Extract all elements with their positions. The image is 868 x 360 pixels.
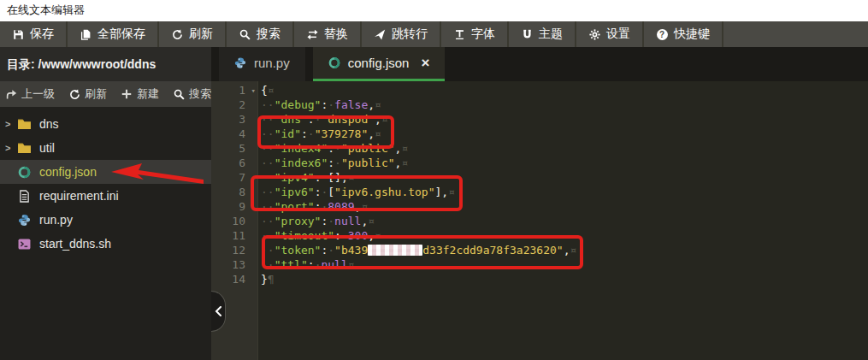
tab-label: run.py: [254, 56, 290, 70]
hotkeys-button[interactable]: ?快捷键: [644, 21, 723, 47]
python-icon: [234, 57, 246, 69]
tab-close-icon[interactable]: ×: [421, 56, 429, 70]
save-button-label: 保存: [30, 27, 54, 42]
file-item-run.py[interactable]: run.py: [0, 208, 211, 232]
line-number-11: 11: [211, 228, 257, 243]
json-icon: [328, 57, 340, 69]
search-icon: [173, 88, 185, 100]
code-line-8: ··"ipv6":·["ipv6.gshu.top"],¤: [261, 185, 868, 199]
code-content[interactable]: {¤··"debug":·false,¤··"dns":·"dnspod",¤·…: [261, 81, 868, 360]
goto-line-button-label: 跳转行: [392, 27, 428, 42]
shell-icon: [17, 237, 32, 251]
chevron-right-icon[interactable]: >: [5, 143, 17, 153]
plus-icon: [121, 88, 133, 100]
code-area: 1▾234567891011121314 {¤··"debug":·false,…: [211, 81, 868, 360]
refresh-button-label: 刷新: [189, 27, 213, 42]
theme-button-label: 主题: [539, 27, 563, 42]
file-item-requirement.ini[interactable]: requirement.ini: [0, 184, 211, 208]
line-number-8: 8: [211, 185, 257, 199]
up-level-icon: [5, 88, 17, 100]
save-all-button[interactable]: 全部保存: [68, 21, 159, 47]
settings-button[interactable]: 设置: [576, 21, 644, 47]
tab-label: config.json: [348, 56, 410, 70]
file-name: run.py: [39, 213, 73, 227]
theme-icon: [521, 28, 533, 40]
directory-path: /www/wwwroot/ddns: [38, 57, 156, 71]
code-line-2: ··"debug":·false,¤: [261, 97, 868, 112]
tree-search-button[interactable]: 搜索: [173, 86, 211, 102]
file-item-dns[interactable]: >dns: [0, 112, 211, 136]
folder-icon: [17, 141, 32, 155]
file-item-start_ddns.sh[interactable]: start_ddns.sh: [0, 232, 211, 256]
page-header: 在线文本编辑器: [0, 0, 868, 21]
line-number-10: 10: [211, 214, 257, 228]
code-line-1: {¤: [261, 83, 868, 97]
fold-toggle-icon[interactable]: ▾: [251, 84, 256, 98]
ini-file-icon: [17, 189, 32, 203]
line-number-9: 9: [211, 199, 257, 214]
file-name: util: [39, 141, 55, 155]
refresh-button[interactable]: 刷新: [159, 21, 227, 47]
tree-new-label: 新建: [137, 86, 159, 102]
code-line-10: ··"proxy":·null,¤: [261, 214, 868, 228]
save-all-icon: [80, 28, 92, 40]
code-line-5: ··"index4":·"public",¤: [261, 141, 868, 156]
theme-button[interactable]: 主题: [509, 21, 576, 47]
sidebar-actions: 上一级刷新新建搜索: [0, 81, 211, 107]
code-line-4: ··"id":·"379278",¤: [261, 127, 868, 141]
file-sidebar: 目录: /www/wwwroot/ddns 上一级刷新新建搜索 >dns>uti…: [0, 47, 211, 360]
file-item-config.json[interactable]: config.json: [0, 160, 211, 184]
search-button[interactable]: 搜索: [227, 21, 294, 47]
line-number-5: 5: [211, 141, 257, 156]
file-name: start_ddns.sh: [39, 237, 111, 251]
replace-icon: [306, 28, 318, 40]
search-icon: [239, 28, 251, 40]
redacted-token-blur: [368, 245, 422, 256]
save-all-button-label: 全部保存: [97, 27, 145, 42]
json-icon: [17, 165, 32, 179]
hotkeys-button-label: 快捷键: [674, 27, 710, 42]
file-item-util[interactable]: >util: [0, 136, 211, 160]
line-number-1: 1▾: [211, 83, 257, 97]
file-name: requirement.ini: [39, 189, 119, 203]
python-icon: [17, 213, 32, 227]
code-line-9: ··"port":·8089,¤: [261, 199, 868, 214]
file-name: dns: [39, 117, 59, 131]
file-name: config.json: [39, 165, 97, 179]
tree-refresh-label: 刷新: [85, 86, 107, 102]
tab-run.py[interactable]: run.py: [219, 47, 305, 81]
line-number-2: 2: [211, 97, 257, 112]
floppy-icon: [12, 28, 24, 40]
line-number-4: 4: [211, 127, 257, 141]
replace-button[interactable]: 替换: [294, 21, 362, 47]
tree-up-level-button[interactable]: 上一级: [5, 86, 55, 102]
line-number-14: 14: [211, 272, 257, 286]
chevron-left-icon: [212, 305, 224, 317]
chevron-right-icon[interactable]: >: [5, 119, 17, 129]
code-line-3: ··"dns":·"dnspod",¤: [261, 112, 868, 127]
tree-refresh-button[interactable]: 刷新: [68, 86, 107, 102]
refresh-icon: [68, 88, 80, 100]
tab-config.json[interactable]: config.json×: [313, 47, 446, 81]
tree-new-button[interactable]: 新建: [121, 86, 159, 102]
code-line-13: ··"ttl":·null¤: [261, 257, 868, 272]
code-line-14: }¶: [261, 272, 868, 286]
save-button[interactable]: 保存: [0, 21, 68, 47]
code-line-11: ··"timeout":·300,¤: [261, 228, 868, 243]
font-icon: [453, 28, 465, 40]
font-button[interactable]: 字体: [441, 21, 509, 47]
line-number-6: 6: [211, 156, 257, 170]
goto-line-icon: [374, 28, 386, 40]
font-button-label: 字体: [471, 27, 495, 42]
file-tree: >dns>utilconfig.jsonrequirement.inirun.p…: [0, 107, 211, 256]
settings-button-label: 设置: [606, 27, 630, 42]
directory-bar: 目录: /www/wwwroot/ddns: [0, 47, 211, 81]
code-line-6: ··"index6":·"public",¤: [261, 156, 868, 170]
line-number-7: 7: [211, 170, 257, 185]
online-text-editor-app: 在线文本编辑器 保存全部保存刷新搜索替换跳转行字体主题设置?快捷键 目录: /w…: [0, 0, 868, 360]
goto-line-button[interactable]: 跳转行: [362, 21, 441, 47]
gear-icon: [588, 28, 600, 40]
help-icon: ?: [656, 28, 668, 40]
folder-icon: [17, 117, 32, 131]
code-line-12: ··"token":·"b439d33f2cdd9a78f3a23620",¤: [261, 243, 868, 257]
